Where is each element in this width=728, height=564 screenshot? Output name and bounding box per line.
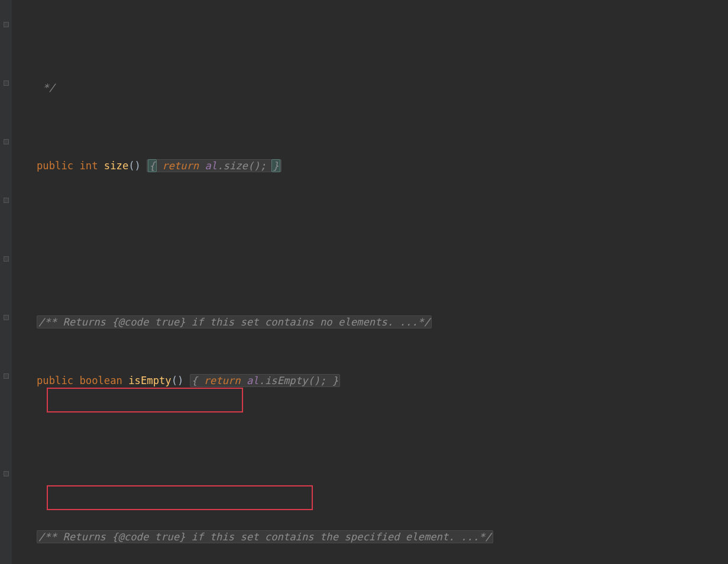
fold-marker-icon[interactable] (4, 22, 9, 27)
code-line: public boolean isEmpty() { return al.isE… (37, 371, 728, 391)
method-name: size (104, 160, 128, 172)
keyword: public (37, 160, 73, 172)
fold-marker-icon[interactable] (4, 80, 9, 86)
fold-marker-icon[interactable] (4, 471, 9, 476)
highlight-box (47, 388, 243, 412)
code-line: /** Returns {@code true} if this set con… (37, 527, 728, 547)
punct: () (128, 160, 141, 172)
code-editor[interactable]: */ public int size() { return al.size();… (0, 0, 728, 564)
fold-marker-icon[interactable] (4, 198, 9, 203)
fold-marker-icon[interactable] (4, 373, 9, 379)
fold-marker-icon[interactable] (4, 256, 9, 262)
code-line: public int size() { return al.size(); } (37, 156, 728, 176)
keyword: public (37, 375, 73, 386)
highlight-box (47, 485, 313, 510)
keyword: boolean (79, 375, 122, 386)
code-line: */ (37, 78, 728, 98)
blank-line (37, 449, 728, 469)
folded-body[interactable]: { return al.size(); } (147, 159, 281, 172)
keyword: int (79, 160, 98, 172)
code-line: /** Returns {@code true} if this set con… (37, 312, 728, 332)
fold-marker-icon[interactable] (4, 139, 9, 144)
method-name: isEmpty (128, 375, 171, 386)
folded-comment[interactable]: /** Returns {@code true} if this set con… (37, 530, 493, 543)
fold-marker-icon[interactable] (4, 315, 9, 320)
folded-body[interactable]: { return al.isEmpty(); } (190, 374, 340, 387)
comment-text: */ (37, 82, 55, 94)
blank-line (37, 234, 728, 254)
folded-comment[interactable]: /** Returns {@code true} if this set con… (37, 315, 432, 328)
